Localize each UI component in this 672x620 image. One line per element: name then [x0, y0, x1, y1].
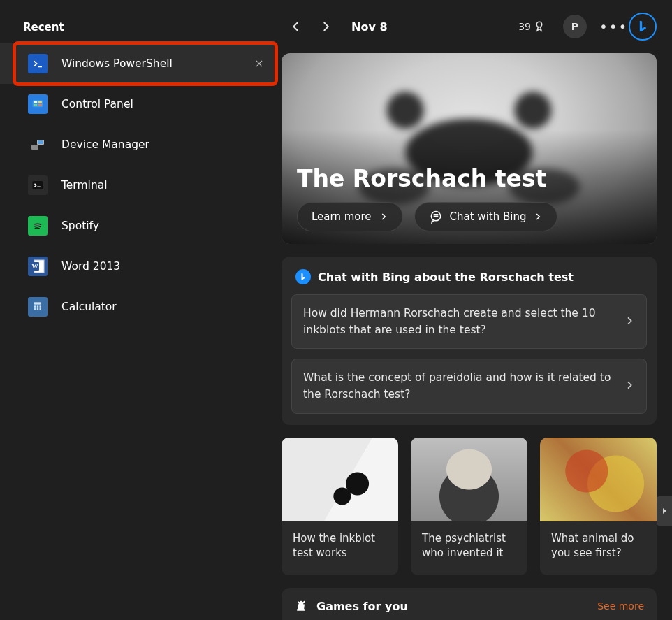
recent-item-label: Spotify — [61, 219, 276, 232]
recent-item-label: Device Manager — [61, 138, 276, 151]
recent-item-label: Control Panel — [61, 98, 276, 110]
recent-list: Windows PowerShell Control Panel Device … — [0, 43, 276, 327]
bing-chat-button[interactable] — [629, 13, 657, 41]
svg-rect-8 — [33, 181, 43, 189]
chat-icon — [429, 210, 443, 224]
recent-item-label: Word 2013 — [61, 260, 276, 273]
section-title: Games for you — [316, 600, 408, 613]
nav-forward-button[interactable] — [319, 20, 332, 33]
scroll-right-button[interactable] — [657, 496, 672, 526]
calculator-icon — [28, 297, 48, 317]
word-icon: W — [28, 257, 48, 276]
device-manager-icon — [28, 135, 48, 154]
hero-title: The Rorschach test — [297, 165, 641, 192]
control-panel-icon — [28, 94, 48, 114]
user-initial: P — [571, 21, 578, 32]
bing-chat-panel: Chat with Bing about the Rorschach test … — [282, 257, 657, 424]
svg-rect-21 — [40, 308, 42, 310]
close-icon[interactable] — [245, 50, 273, 78]
svg-rect-18 — [40, 305, 42, 308]
topbar: Nov 8 39 P ••• — [282, 13, 657, 41]
card-thumbnail — [411, 438, 527, 521]
rewards-button[interactable]: 39 — [518, 20, 548, 33]
more-menu-button[interactable]: ••• — [599, 18, 618, 35]
svg-point-22 — [536, 22, 542, 27]
recent-item-word[interactable]: W Word 2013 — [0, 246, 276, 287]
recent-item-label: Calculator — [61, 301, 276, 313]
card-caption: How the inkblot test works — [282, 521, 398, 576]
recent-sidebar: Recent Windows PowerShell Control Panel … — [0, 0, 276, 620]
svg-text:W: W — [32, 263, 38, 270]
svg-rect-20 — [37, 308, 39, 310]
chess-icon — [294, 599, 308, 613]
chevron-right-icon — [379, 212, 388, 222]
panel-title: Chat with Bing about the Rorschach test — [318, 271, 574, 284]
card-caption: What animal do you see first? — [540, 521, 657, 576]
rewards-icon — [535, 20, 548, 33]
svg-rect-3 — [34, 104, 37, 106]
games-section: Games for you See more — [282, 588, 657, 620]
related-cards: How the inkblot test works The psychiatr… — [282, 438, 657, 576]
recent-item-spotify[interactable]: Spotify — [0, 206, 276, 246]
pill-label: Chat with Bing — [450, 210, 527, 223]
bing-icon — [295, 269, 311, 284]
recent-item-powershell[interactable]: Windows PowerShell — [0, 43, 276, 84]
recent-item-calculator[interactable]: Calculator — [0, 287, 276, 327]
suggested-question[interactable]: What is the concept of pareidolia and ho… — [291, 359, 647, 413]
svg-rect-16 — [34, 305, 36, 308]
svg-rect-15 — [34, 302, 41, 304]
related-card[interactable]: How the inkblot test works — [282, 438, 398, 576]
terminal-icon — [28, 175, 48, 195]
svg-rect-0 — [33, 100, 43, 107]
recent-item-label: Terminal — [61, 179, 276, 192]
suggested-question[interactable]: How did Hermann Rorschach create and sel… — [291, 294, 647, 349]
recent-item-terminal[interactable]: Terminal — [0, 165, 276, 206]
question-text: What is the concept of pareidolia and ho… — [303, 369, 624, 403]
bing-icon — [636, 20, 650, 34]
hero-card[interactable]: The Rorschach test Learn more Chat with … — [282, 53, 657, 244]
svg-rect-7 — [38, 140, 43, 144]
related-card[interactable]: The psychiatrist who invented it — [411, 438, 527, 576]
user-avatar[interactable]: P — [563, 15, 587, 38]
chevron-right-icon — [624, 380, 635, 393]
see-more-link[interactable]: See more — [597, 600, 644, 612]
powershell-icon — [28, 54, 48, 73]
date-label: Nov 8 — [351, 20, 388, 34]
rewards-points: 39 — [518, 21, 531, 32]
main-feed: Nov 8 39 P ••• The Rorschach test Learn … — [276, 0, 672, 620]
recent-item-controlpanel[interactable]: Control Panel — [0, 84, 276, 124]
chat-with-bing-button[interactable]: Chat with Bing — [414, 202, 558, 231]
card-thumbnail — [282, 438, 398, 521]
svg-rect-17 — [37, 305, 39, 308]
nav-back-button[interactable] — [290, 20, 302, 33]
svg-rect-2 — [38, 101, 42, 103]
card-caption: The psychiatrist who invented it — [411, 521, 527, 576]
svg-rect-4 — [38, 104, 42, 106]
recent-item-label: Windows PowerShell — [61, 57, 231, 70]
card-thumbnail — [540, 438, 657, 521]
question-text: How did Hermann Rorschach create and sel… — [303, 305, 624, 338]
svg-rect-19 — [34, 308, 36, 310]
related-card[interactable]: What animal do you see first? — [540, 438, 657, 576]
spotify-icon — [28, 216, 48, 236]
chevron-right-icon — [533, 212, 543, 222]
svg-rect-1 — [34, 101, 37, 103]
learn-more-button[interactable]: Learn more — [297, 202, 403, 231]
svg-rect-5 — [31, 145, 38, 150]
recent-heading: Recent — [23, 21, 276, 34]
chevron-right-icon — [624, 315, 635, 329]
recent-item-devicemanager[interactable]: Device Manager — [0, 124, 276, 165]
pill-label: Learn more — [312, 210, 372, 223]
